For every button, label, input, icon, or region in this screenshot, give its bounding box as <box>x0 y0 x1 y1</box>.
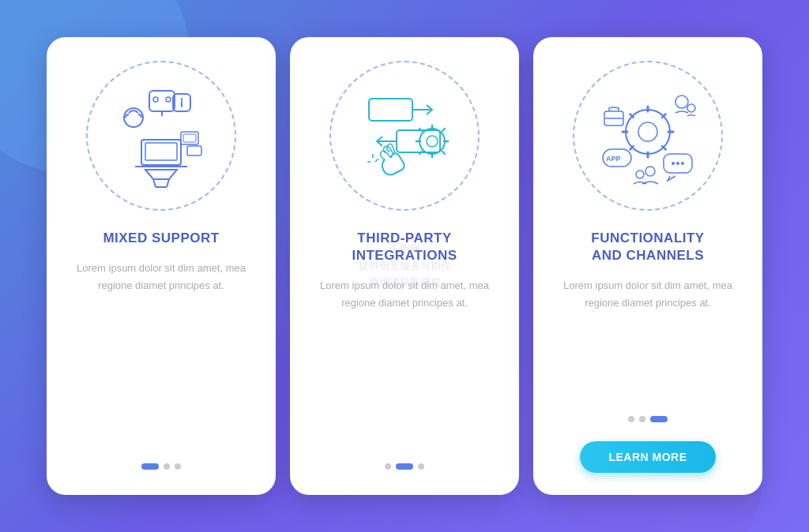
card-mixed-support: MIXED SUPPORT Lorem ipsum dolor sit dim … <box>47 37 276 495</box>
svg-point-45 <box>687 104 695 112</box>
dot-2[interactable] <box>396 463 413 470</box>
svg-point-44 <box>675 96 688 108</box>
card-functionality: APP FUNCTIONALITY AND CHANNELS Lorem ips… <box>533 37 762 495</box>
svg-point-1 <box>153 97 158 102</box>
functionality-desc: Lorem ipsum dolor sit dim amet, mea regi… <box>552 277 743 402</box>
mixed-support-title: MIXED SUPPORT <box>103 230 219 247</box>
svg-rect-17 <box>369 99 412 121</box>
svg-point-2 <box>166 97 171 102</box>
svg-line-31 <box>375 159 378 162</box>
svg-rect-12 <box>183 134 196 142</box>
functionality-icon: APP <box>589 77 707 195</box>
dot-3[interactable] <box>418 463 424 470</box>
learn-more-button[interactable]: LEARN MORE <box>580 441 715 473</box>
functionality-dots <box>628 416 668 422</box>
functionality-title: FUNCTIONALITY AND CHANNELS <box>591 230 704 264</box>
functionality-illustration: APP <box>573 61 723 211</box>
svg-rect-0 <box>149 91 175 111</box>
cards-container: MIXED SUPPORT Lorem ipsum dolor sit dim … <box>31 21 778 511</box>
svg-line-28 <box>442 152 446 155</box>
dot-1[interactable] <box>141 463 159 470</box>
svg-point-53 <box>681 162 684 165</box>
third-party-icon <box>345 77 464 195</box>
dot-1[interactable] <box>628 416 634 422</box>
mixed-support-desc: Lorem ipsum dolor sit dim amet, mea regi… <box>66 260 257 449</box>
svg-line-30 <box>442 129 446 132</box>
svg-point-21 <box>420 129 445 154</box>
dot-2[interactable] <box>639 416 645 422</box>
svg-point-55 <box>636 170 644 178</box>
third-party-desc: Lorem ipsum dolor sit dim amet, mea regi… <box>309 277 500 449</box>
dot-3[interactable] <box>175 463 181 470</box>
svg-point-22 <box>427 136 438 147</box>
third-party-title: THIRD-PARTY INTEGRATIONS <box>352 230 457 264</box>
mixed-support-illustration <box>86 61 236 211</box>
svg-point-54 <box>645 167 655 176</box>
svg-point-52 <box>676 162 679 165</box>
dot-1[interactable] <box>385 463 391 470</box>
svg-line-14 <box>153 179 156 187</box>
svg-point-51 <box>672 162 675 165</box>
mixed-support-icon <box>102 77 220 195</box>
svg-rect-13 <box>187 146 201 155</box>
svg-rect-8 <box>141 140 181 165</box>
svg-line-15 <box>167 179 169 187</box>
svg-text:APP: APP <box>606 155 621 163</box>
third-party-dots <box>385 463 424 470</box>
svg-point-35 <box>638 122 657 141</box>
dot-2[interactable] <box>164 463 170 470</box>
mixed-support-dots <box>141 463 181 470</box>
svg-rect-9 <box>145 143 177 160</box>
dot-3[interactable] <box>650 416 668 422</box>
third-party-illustration <box>329 61 480 211</box>
card-third-party: THIRD-PARTY INTEGRATIONS Lorem ipsum dol… <box>290 37 519 495</box>
